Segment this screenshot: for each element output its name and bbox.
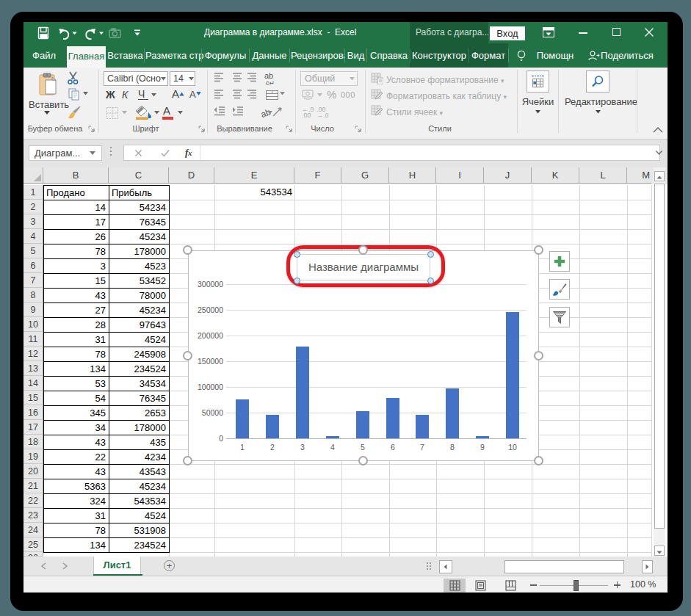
svg-text:А: А	[172, 87, 179, 100]
svg-text:c↵: c↵	[266, 79, 275, 87]
svg-text:А: А	[189, 89, 196, 100]
